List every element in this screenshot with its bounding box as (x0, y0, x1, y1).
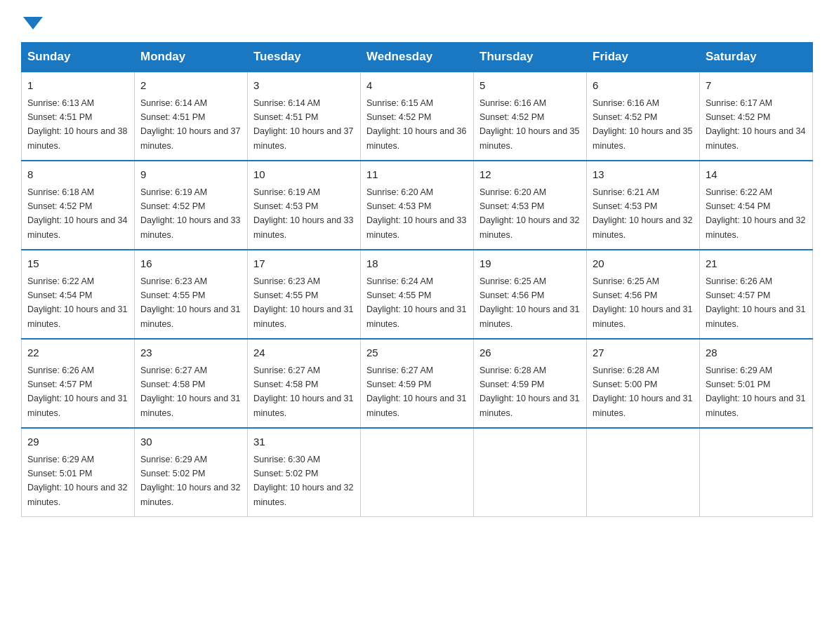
calendar-cell (587, 428, 700, 517)
calendar-cell: 30 Sunrise: 6:29 AMSunset: 5:02 PMDaylig… (135, 428, 248, 517)
day-number: 12 (479, 167, 581, 183)
day-number: 28 (706, 345, 807, 361)
header-row: SundayMondayTuesdayWednesdayThursdayFrid… (22, 43, 813, 72)
calendar-cell: 12 Sunrise: 6:20 AMSunset: 4:53 PMDaylig… (474, 161, 587, 250)
calendar-cell (474, 428, 587, 517)
header-monday: Monday (135, 43, 248, 72)
day-number: 22 (27, 345, 128, 361)
day-info: Sunrise: 6:29 AMSunset: 5:02 PMDaylight:… (140, 455, 240, 507)
calendar-cell: 27 Sunrise: 6:28 AMSunset: 5:00 PMDaylig… (587, 339, 700, 428)
calendar-cell (700, 428, 813, 517)
logo-arrow-icon (23, 17, 43, 29)
calendar-cell: 5 Sunrise: 6:16 AMSunset: 4:52 PMDayligh… (474, 72, 587, 161)
day-number: 16 (140, 256, 241, 272)
day-info: Sunrise: 6:23 AMSunset: 4:55 PMDaylight:… (140, 276, 240, 329)
day-info: Sunrise: 6:16 AMSunset: 4:52 PMDaylight:… (593, 98, 692, 151)
day-number: 21 (706, 256, 807, 272)
header-thursday: Thursday (474, 43, 587, 72)
calendar-cell: 17 Sunrise: 6:23 AMSunset: 4:55 PMDaylig… (248, 250, 361, 339)
day-info: Sunrise: 6:28 AMSunset: 5:00 PMDaylight:… (593, 365, 692, 418)
day-info: Sunrise: 6:17 AMSunset: 4:52 PMDaylight:… (706, 98, 805, 151)
day-info: Sunrise: 6:27 AMSunset: 4:58 PMDaylight:… (140, 365, 240, 418)
calendar-cell: 22 Sunrise: 6:26 AMSunset: 4:57 PMDaylig… (22, 339, 135, 428)
calendar-cell: 28 Sunrise: 6:29 AMSunset: 5:01 PMDaylig… (700, 339, 813, 428)
day-info: Sunrise: 6:20 AMSunset: 4:53 PMDaylight:… (366, 187, 466, 240)
calendar-cell (361, 428, 474, 517)
day-info: Sunrise: 6:25 AMSunset: 4:56 PMDaylight:… (593, 276, 692, 329)
day-number: 5 (479, 78, 581, 94)
day-info: Sunrise: 6:27 AMSunset: 4:59 PMDaylight:… (366, 365, 466, 418)
week-row-1: 1 Sunrise: 6:13 AMSunset: 4:51 PMDayligh… (22, 72, 813, 161)
header-sunday: Sunday (22, 43, 135, 72)
header-tuesday: Tuesday (248, 43, 361, 72)
week-row-4: 22 Sunrise: 6:26 AMSunset: 4:57 PMDaylig… (22, 339, 813, 428)
day-number: 25 (366, 345, 468, 361)
page-header (21, 14, 813, 29)
day-info: Sunrise: 6:19 AMSunset: 4:52 PMDaylight:… (140, 187, 240, 240)
day-number: 26 (479, 345, 581, 361)
calendar-cell: 11 Sunrise: 6:20 AMSunset: 4:53 PMDaylig… (361, 161, 474, 250)
calendar-cell: 18 Sunrise: 6:24 AMSunset: 4:55 PMDaylig… (361, 250, 474, 339)
calendar-cell: 3 Sunrise: 6:14 AMSunset: 4:51 PMDayligh… (248, 72, 361, 161)
week-row-3: 15 Sunrise: 6:22 AMSunset: 4:54 PMDaylig… (22, 250, 813, 339)
calendar-cell: 9 Sunrise: 6:19 AMSunset: 4:52 PMDayligh… (135, 161, 248, 250)
day-number: 30 (140, 434, 241, 450)
day-info: Sunrise: 6:26 AMSunset: 4:57 PMDaylight:… (27, 365, 127, 418)
calendar-cell: 4 Sunrise: 6:15 AMSunset: 4:52 PMDayligh… (361, 72, 474, 161)
calendar-cell: 25 Sunrise: 6:27 AMSunset: 4:59 PMDaylig… (361, 339, 474, 428)
calendar-cell: 29 Sunrise: 6:29 AMSunset: 5:01 PMDaylig… (22, 428, 135, 517)
calendar-cell: 8 Sunrise: 6:18 AMSunset: 4:52 PMDayligh… (22, 161, 135, 250)
calendar-cell: 2 Sunrise: 6:14 AMSunset: 4:51 PMDayligh… (135, 72, 248, 161)
header-friday: Friday (587, 43, 700, 72)
calendar-cell: 23 Sunrise: 6:27 AMSunset: 4:58 PMDaylig… (135, 339, 248, 428)
day-number: 13 (593, 167, 694, 183)
day-info: Sunrise: 6:24 AMSunset: 4:55 PMDaylight:… (366, 276, 466, 329)
day-info: Sunrise: 6:27 AMSunset: 4:58 PMDaylight:… (253, 365, 353, 418)
day-number: 11 (366, 167, 468, 183)
day-number: 20 (593, 256, 694, 272)
day-number: 15 (27, 256, 128, 272)
day-number: 8 (27, 167, 128, 183)
header-saturday: Saturday (700, 43, 813, 72)
day-number: 7 (706, 78, 807, 94)
day-number: 17 (253, 256, 355, 272)
day-info: Sunrise: 6:28 AMSunset: 4:59 PMDaylight:… (479, 365, 579, 418)
day-info: Sunrise: 6:13 AMSunset: 4:51 PMDaylight:… (27, 98, 127, 151)
calendar-cell: 1 Sunrise: 6:13 AMSunset: 4:51 PMDayligh… (22, 72, 135, 161)
day-info: Sunrise: 6:23 AMSunset: 4:55 PMDaylight:… (253, 276, 353, 329)
day-number: 9 (140, 167, 241, 183)
day-info: Sunrise: 6:14 AMSunset: 4:51 PMDaylight:… (140, 98, 240, 151)
day-info: Sunrise: 6:18 AMSunset: 4:52 PMDaylight:… (27, 187, 127, 240)
calendar-cell: 24 Sunrise: 6:27 AMSunset: 4:58 PMDaylig… (248, 339, 361, 428)
calendar-cell: 13 Sunrise: 6:21 AMSunset: 4:53 PMDaylig… (587, 161, 700, 250)
calendar-cell: 21 Sunrise: 6:26 AMSunset: 4:57 PMDaylig… (700, 250, 813, 339)
day-info: Sunrise: 6:22 AMSunset: 4:54 PMDaylight:… (27, 276, 127, 329)
day-info: Sunrise: 6:21 AMSunset: 4:53 PMDaylight:… (593, 187, 692, 240)
calendar-cell: 19 Sunrise: 6:25 AMSunset: 4:56 PMDaylig… (474, 250, 587, 339)
day-number: 10 (253, 167, 355, 183)
calendar-cell: 20 Sunrise: 6:25 AMSunset: 4:56 PMDaylig… (587, 250, 700, 339)
day-info: Sunrise: 6:29 AMSunset: 5:01 PMDaylight:… (706, 365, 805, 418)
day-info: Sunrise: 6:19 AMSunset: 4:53 PMDaylight:… (253, 187, 353, 240)
day-number: 18 (366, 256, 468, 272)
day-info: Sunrise: 6:29 AMSunset: 5:01 PMDaylight:… (27, 455, 127, 507)
logo (21, 14, 43, 29)
day-info: Sunrise: 6:20 AMSunset: 4:53 PMDaylight:… (479, 187, 579, 240)
day-info: Sunrise: 6:25 AMSunset: 4:56 PMDaylight:… (479, 276, 579, 329)
calendar-table: SundayMondayTuesdayWednesdayThursdayFrid… (21, 42, 813, 517)
calendar-cell: 7 Sunrise: 6:17 AMSunset: 4:52 PMDayligh… (700, 72, 813, 161)
day-number: 24 (253, 345, 355, 361)
day-number: 14 (706, 167, 807, 183)
day-number: 27 (593, 345, 694, 361)
calendar-cell: 14 Sunrise: 6:22 AMSunset: 4:54 PMDaylig… (700, 161, 813, 250)
day-info: Sunrise: 6:16 AMSunset: 4:52 PMDaylight:… (479, 98, 579, 151)
day-number: 29 (27, 434, 128, 450)
calendar-cell: 6 Sunrise: 6:16 AMSunset: 4:52 PMDayligh… (587, 72, 700, 161)
day-info: Sunrise: 6:30 AMSunset: 5:02 PMDaylight:… (253, 455, 353, 507)
day-number: 2 (140, 78, 241, 94)
header-wednesday: Wednesday (361, 43, 474, 72)
day-number: 6 (593, 78, 694, 94)
week-row-2: 8 Sunrise: 6:18 AMSunset: 4:52 PMDayligh… (22, 161, 813, 250)
day-number: 31 (253, 434, 355, 450)
week-row-5: 29 Sunrise: 6:29 AMSunset: 5:01 PMDaylig… (22, 428, 813, 517)
